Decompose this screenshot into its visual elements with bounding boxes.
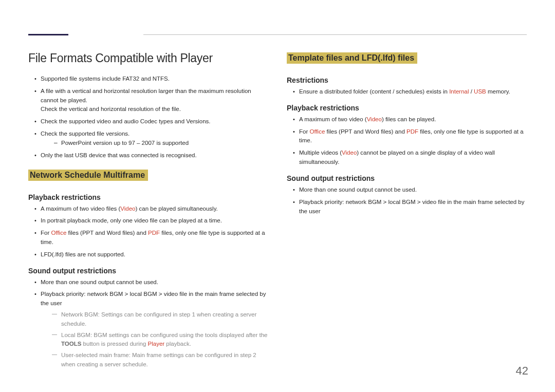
red-text: Video <box>120 206 135 212</box>
body-text: Check the vertical and horizontal resolu… <box>41 105 268 114</box>
section-heading-network: Network Schedule Multiframe <box>28 170 148 181</box>
right-column: Template files and LFD(.lfd) files Restr… <box>287 51 527 372</box>
list-item: A maximum of two video files (Video) can… <box>41 204 268 214</box>
playback-list: A maximum of two video files (Video) can… <box>28 204 268 259</box>
page-number: 42 <box>516 364 528 378</box>
t: memory. <box>486 88 510 95</box>
list-item: Playback priority: network BGM > local B… <box>299 198 527 216</box>
red-text: PDF <box>148 230 160 236</box>
t: Ensure a distributed folder (content / s… <box>299 88 449 95</box>
body-text: Check the supported file versions. <box>41 130 130 137</box>
sound-list: More than one sound output cannot be use… <box>28 278 268 369</box>
red-text: USB <box>474 88 486 95</box>
intro-item: A file with a vertical and horizontal re… <box>41 87 268 114</box>
t: files (PPT and Word files) and <box>66 230 148 236</box>
intro-item: Check the supported file versions. Power… <box>41 129 268 148</box>
list-item: More than one sound output cannot be use… <box>299 185 527 195</box>
restrictions-list: Ensure a distributed folder (content / s… <box>287 87 527 97</box>
red-text: Player <box>148 341 165 347</box>
subsection-heading: Playback restrictions <box>28 193 268 201</box>
t: files (PPT and Word files) and <box>325 128 406 135</box>
list-item: Ensure a distributed folder (content / s… <box>299 87 527 97</box>
red-text: Video <box>342 150 357 156</box>
sound-list: More than one sound output cannot be use… <box>287 185 527 216</box>
header-rule <box>28 33 527 38</box>
list-item: For Office files (PPT and Word files) an… <box>41 229 268 247</box>
sub-list: PowerPoint version up to 97 – 2007 is su… <box>41 139 268 148</box>
t: Playback priority: network BGM > local B… <box>41 291 266 306</box>
subsection-heading: Playback restrictions <box>287 104 527 112</box>
subsection-heading: Restrictions <box>287 76 527 84</box>
red-text: PDF <box>406 128 418 135</box>
sub-item: Network BGM: Settings can be configured … <box>61 310 268 329</box>
t: button is pressed during <box>81 341 147 347</box>
content-area: File Formats Compatible with Player Supp… <box>28 51 527 372</box>
t: ) can be played simultaneously. <box>136 206 218 212</box>
t: Multiple videos ( <box>299 150 342 156</box>
list-item: Multiple videos (Video) cannot be played… <box>299 148 527 167</box>
red-text: Video <box>367 116 382 122</box>
sub-item: PowerPoint version up to 97 – 2007 is su… <box>61 139 268 148</box>
t: / <box>469 88 474 95</box>
t: For <box>299 128 309 135</box>
red-text: Office <box>51 230 66 236</box>
body-text: A file with a vertical and horizontal re… <box>41 88 251 103</box>
header-divider <box>143 34 527 35</box>
section-heading-template: Template files and LFD(.lfd) files <box>287 52 417 64</box>
sub-list: Network BGM: Settings can be configured … <box>41 310 268 369</box>
list-item: In portrait playback mode, only one vide… <box>41 216 268 226</box>
t: ) files can be played. <box>382 116 436 122</box>
sub-item: Local BGM: BGM settings can be configure… <box>61 331 268 349</box>
page-title: File Formats Compatible with Player <box>28 51 268 65</box>
list-item: A maximum of two video (Video) files can… <box>299 115 527 124</box>
red-text: Office <box>309 128 325 135</box>
intro-item: Check the supported video and audio Code… <box>41 117 268 126</box>
intro-item: Supported file systems include FAT32 and… <box>41 74 268 84</box>
t: For <box>41 230 51 236</box>
t: A maximum of two video ( <box>299 116 367 122</box>
sub-item: User-selected main frame: Main frame set… <box>61 351 268 369</box>
list-item: Playback priority: network BGM > local B… <box>41 290 268 369</box>
playback-list: A maximum of two video (Video) files can… <box>287 115 527 167</box>
intro-list: Supported file systems include FAT32 and… <box>28 74 268 160</box>
t: playback. <box>164 341 191 347</box>
t: Local BGM: BGM settings can be configure… <box>61 332 267 338</box>
subsection-heading: Sound output restrictions <box>28 267 268 275</box>
red-text: Internal <box>449 88 469 95</box>
list-item: For Office files (PPT and Word files) an… <box>299 127 527 146</box>
list-item: LFD(.lfd) files are not supported. <box>41 250 268 259</box>
tools-label: TOOLS <box>61 341 81 347</box>
header-accent-bar <box>28 34 68 35</box>
intro-item: Only the last USB device that was connec… <box>41 151 268 160</box>
t: A maximum of two video files ( <box>41 206 120 212</box>
left-column: File Formats Compatible with Player Supp… <box>28 51 268 372</box>
list-item: More than one sound output cannot be use… <box>41 278 268 287</box>
subsection-heading: Sound output restrictions <box>287 174 527 182</box>
